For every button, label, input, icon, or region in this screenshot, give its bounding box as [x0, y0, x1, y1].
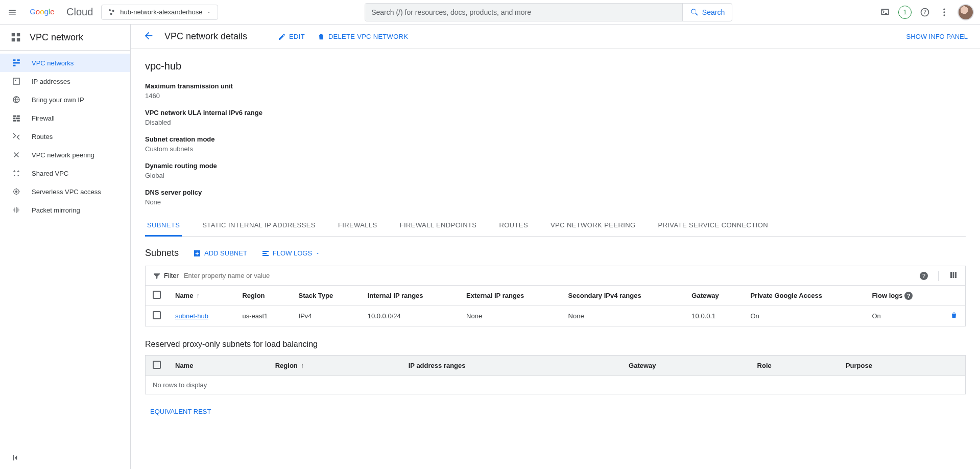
proxy-col-gateway[interactable]: Gateway — [622, 356, 750, 376]
proxy-select-all-checkbox[interactable] — [153, 361, 161, 369]
subnets-section-header: Subnets ADD SUBNET FLOW LOGS — [145, 248, 966, 259]
search-button[interactable]: Search — [682, 4, 732, 21]
subnet-link[interactable]: subnet-hub — [175, 312, 208, 320]
proxy-col-role[interactable]: Role — [750, 356, 839, 376]
proxy-subnets-table: Name Region↑ IP address ranges Gateway R… — [145, 355, 966, 394]
header-actions: EDIT DELETE VPC NETWORK — [278, 33, 408, 41]
google-logo-icon: Google — [27, 7, 64, 17]
vpc-name: vpc-hub — [145, 60, 966, 72]
sidebar-item-serverless[interactable]: Serverless VPC access — [0, 182, 130, 201]
tab-routes[interactable]: ROUTES — [497, 215, 530, 236]
svg-rect-31 — [953, 272, 954, 278]
svg-rect-21 — [17, 115, 20, 117]
collapse-sidebar-button[interactable] — [0, 448, 130, 469]
account-avatar[interactable] — [958, 4, 974, 20]
delete-subnet-button[interactable] — [950, 313, 958, 321]
more-vert-icon — [939, 7, 949, 17]
sidebar-item-ip-addresses[interactable]: IP addresses — [0, 72, 130, 90]
filter-help-icon[interactable]: ? — [920, 272, 928, 280]
select-all-checkbox[interactable] — [153, 291, 161, 299]
flow-logs-icon — [261, 249, 270, 257]
hamburger-menu[interactable] — [6, 6, 18, 18]
equivalent-rest-button[interactable]: EQUIVALENT REST — [145, 408, 966, 415]
prop-mtu: Maximum transmission unit 1460 — [145, 82, 966, 100]
vpc-network-icon — [10, 32, 21, 43]
svg-rect-17 — [13, 78, 19, 84]
free-trial-badge[interactable]: 1 — [898, 6, 912, 19]
tab-firewall-endpoints[interactable]: FIREWALL ENDPOINTS — [398, 215, 479, 236]
cloud-shell-button[interactable] — [879, 6, 891, 18]
sidebar-item-routes[interactable]: Routes — [0, 127, 130, 146]
plus-box-icon — [193, 249, 201, 257]
sidebar-item-packet-mirroring[interactable]: Packet mirroring — [0, 201, 130, 219]
col-pga[interactable]: Private Google Access — [743, 286, 865, 306]
proxy-col-ip[interactable]: IP address ranges — [401, 356, 622, 376]
svg-rect-30 — [950, 272, 952, 278]
proxy-col-region[interactable]: Region↑ — [268, 356, 401, 376]
sidebar-item-shared-vpc[interactable]: Shared VPC — [0, 164, 130, 182]
col-secondary[interactable]: Secondary IPv4 ranges — [561, 286, 685, 306]
add-subnet-button[interactable]: ADD SUBNET — [193, 249, 247, 257]
svg-point-8 — [943, 14, 945, 16]
svg-rect-23 — [16, 118, 20, 119]
svg-point-7 — [943, 11, 945, 13]
col-stack[interactable]: Stack Type — [292, 286, 361, 306]
edit-button[interactable]: EDIT — [278, 33, 305, 41]
networks-icon — [11, 58, 21, 68]
subnets-table: Name↑ Region Stack Type Internal IP rang… — [145, 285, 966, 326]
google-cloud-logo[interactable]: Google Cloud — [27, 6, 93, 18]
tab-firewalls[interactable]: FIREWALLS — [336, 215, 379, 236]
table-row: subnet-hub us-east1 IPv4 10.0.0.0/24 Non… — [146, 306, 966, 326]
col-name[interactable]: Name↑ — [168, 286, 235, 306]
tab-psc[interactable]: PRIVATE SERVICE CONNECTION — [656, 215, 770, 236]
prop-ula: VPC network ULA internal IPv6 range Disa… — [145, 109, 966, 126]
svg-rect-25 — [17, 120, 20, 122]
serverless-icon — [11, 186, 21, 197]
filter-icon — [153, 272, 161, 280]
project-picker[interactable]: hub-network-alexanderhose — [101, 5, 218, 20]
svg-rect-15 — [13, 62, 20, 64]
back-button[interactable] — [143, 30, 154, 43]
tab-subnets[interactable]: SUBNETS — [145, 215, 182, 237]
tab-static-ips[interactable]: STATIC INTERNAL IP ADDRESSES — [200, 215, 318, 236]
content: VPC network details EDIT DELETE VPC NETW… — [131, 25, 980, 469]
shared-icon — [11, 168, 21, 178]
col-external[interactable]: External IP ranges — [459, 286, 561, 306]
sidebar-item-firewall[interactable]: Firewall — [0, 109, 130, 127]
ip-icon — [11, 76, 21, 86]
sidebar-item-peering[interactable]: VPC network peering — [0, 146, 130, 164]
proxy-col-purpose[interactable]: Purpose — [839, 356, 966, 376]
search-button-label: Search — [702, 8, 725, 16]
flow-logs-button[interactable]: FLOW LOGS — [261, 249, 320, 257]
chevron-down-icon — [315, 251, 320, 256]
proxy-col-name[interactable]: Name — [168, 356, 268, 376]
cloud-label: Cloud — [66, 6, 93, 18]
arrow-back-icon — [143, 30, 154, 41]
sidebar-item-vpc-networks[interactable]: VPC networks — [0, 54, 130, 72]
more-button[interactable] — [938, 6, 950, 18]
show-info-panel-button[interactable]: SHOW INFO PANEL — [906, 33, 968, 40]
help-button[interactable]: ? — [919, 6, 931, 18]
col-internal[interactable]: Internal IP ranges — [361, 286, 459, 306]
filter-input[interactable] — [184, 272, 913, 279]
filter-label: Filter — [153, 272, 179, 280]
search-input[interactable] — [365, 4, 682, 21]
tab-peering[interactable]: VPC NETWORK PEERING — [548, 215, 638, 236]
svg-rect-10 — [17, 33, 20, 36]
flow-logs-help-icon[interactable]: ? — [904, 292, 913, 300]
col-gateway[interactable]: Gateway — [684, 286, 743, 306]
svg-point-3 — [110, 13, 112, 15]
svg-rect-24 — [13, 120, 16, 122]
sidebar-item-byoip[interactable]: Bring your own IP — [0, 90, 130, 109]
row-checkbox[interactable] — [153, 311, 161, 319]
top-bar: Google Cloud hub-network-alexanderhose S… — [0, 0, 980, 25]
col-flow[interactable]: Flow logs? — [865, 286, 943, 306]
col-region[interactable]: Region — [235, 286, 291, 306]
delete-vpc-button[interactable]: DELETE VPC NETWORK — [317, 33, 408, 41]
chevron-down-icon — [206, 10, 211, 15]
filter-bar: Filter ? — [145, 266, 966, 285]
svg-rect-13 — [13, 59, 15, 61]
column-selector-button[interactable] — [949, 270, 958, 281]
sidebar-item-label: Routes — [32, 133, 53, 140]
search-icon — [690, 8, 699, 17]
